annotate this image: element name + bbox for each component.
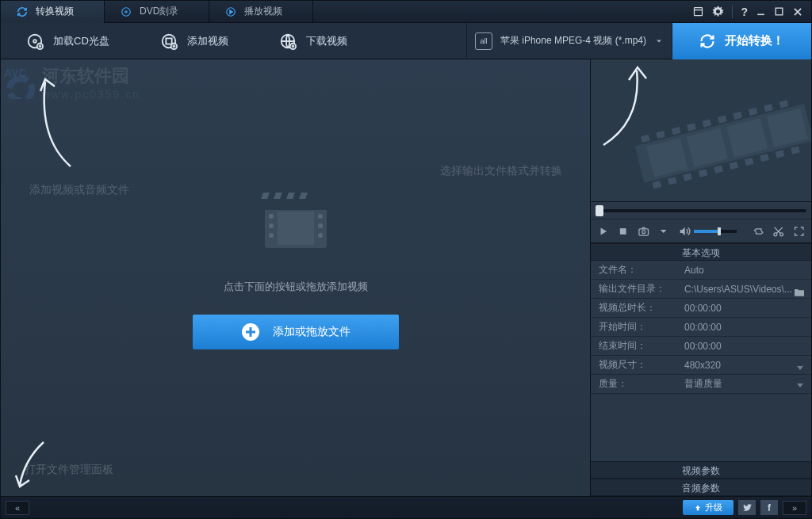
plus-circle-icon (241, 322, 260, 342)
button-label: 加载CD光盘 (53, 34, 109, 48)
row-filename: 文件名： Auto (591, 261, 811, 280)
output-dir-field[interactable]: C:\Users\ASUS\Videos\... (676, 284, 811, 295)
cut-icon[interactable] (772, 225, 784, 238)
loop-icon[interactable] (753, 225, 764, 238)
start-time-field[interactable]: 00:00:00 (676, 322, 811, 333)
twitter-icon (742, 502, 753, 513)
basic-options-table: 文件名： Auto 输出文件目录： C:\Users\ASUS\Videos\.… (591, 261, 811, 394)
statusbar: « 升级 f » (1, 496, 811, 518)
format-label: 苹果 iPhone MPEG-4 视频 (*.mp4) (500, 34, 646, 48)
row-video-size: 视频尺寸： 480x320 (591, 356, 811, 375)
seek-slider[interactable] (591, 202, 811, 219)
output-format-dropdown[interactable]: all 苹果 iPhone MPEG-4 视频 (*.mp4) (466, 23, 672, 59)
row-end-time: 结束时间： 00:00:00 (591, 337, 811, 356)
svg-rect-55 (639, 228, 649, 235)
volume-icon (678, 225, 691, 238)
load-cd-button[interactable]: 加载CD光盘 (1, 23, 135, 59)
start-convert-button[interactable]: 开始转换！ (672, 23, 811, 59)
snapshot-icon[interactable] (638, 225, 649, 238)
hint-add-file: 添加视频或音频文件 (29, 183, 129, 197)
disc-icon (121, 6, 132, 17)
clapperboard-icon (252, 175, 339, 262)
window-controls: ? (684, 6, 811, 18)
row-total-duration: 视频总时长： 00:00:00 (591, 299, 811, 318)
button-label: 添加或拖放文件 (273, 325, 350, 339)
svg-rect-25 (278, 212, 314, 245)
duration-value: 00:00:00 (676, 303, 811, 314)
section-video-params[interactable]: 视频参数 (591, 461, 811, 479)
toolbar: 加载CD光盘 添加视频 下载视频 all 苹果 iPhone MPEG-4 视频… (1, 23, 811, 59)
filename-field[interactable]: Auto (676, 265, 811, 276)
svg-point-56 (642, 230, 645, 233)
refresh-icon (699, 33, 715, 49)
minimize-button[interactable] (756, 6, 766, 17)
field-label: 质量： (591, 377, 676, 391)
field-label: 开始时间： (591, 320, 676, 334)
download-video-button[interactable]: 下载视频 (254, 23, 373, 59)
snapshot-dropdown-icon[interactable] (657, 225, 669, 238)
preview-controls (591, 219, 811, 243)
film-strip-icon (621, 83, 811, 202)
arrow-annotation-3 (13, 439, 53, 494)
field-label: 视频总时长： (591, 301, 676, 315)
upgrade-button[interactable]: 升级 (683, 500, 733, 515)
facebook-button[interactable]: f (760, 500, 778, 515)
quality-dropdown[interactable]: 普通质量 (676, 377, 811, 391)
field-label: 结束时间： (591, 339, 676, 353)
end-time-field[interactable]: 00:00:00 (676, 341, 811, 352)
main-tabs: 转换视频 DVD刻录 播放视频 (1, 1, 684, 23)
arrow-up-icon (694, 504, 702, 512)
recent-icon[interactable] (692, 6, 704, 17)
main-area: AVC 河东软件园 www.pc0359.cn 添加视频或音频文件 打开文件管理… (1, 59, 811, 496)
video-size-dropdown[interactable]: 480x320 (676, 360, 811, 371)
chevron-down-icon (654, 36, 664, 46)
svg-point-1 (125, 10, 127, 12)
chevron-down-icon (797, 384, 803, 387)
drop-hint-text: 点击下面的按钮或拖放添加视频 (224, 280, 368, 294)
svg-point-19 (269, 214, 274, 219)
folder-browse-icon[interactable] (792, 286, 806, 299)
film-plus-icon (160, 32, 178, 50)
svg-rect-3 (695, 8, 703, 16)
svg-text:AVC: AVC (4, 67, 27, 79)
button-label: 下载视频 (306, 34, 347, 48)
preview-area: 选择输出文件格式并转换 (591, 59, 811, 202)
svg-point-20 (269, 223, 274, 228)
tab-label: DVD刻录 (140, 5, 178, 18)
fullscreen-icon[interactable] (793, 225, 805, 238)
button-label: 添加视频 (187, 34, 228, 48)
svg-rect-14 (265, 199, 327, 210)
refresh-icon (17, 6, 28, 17)
add-or-drop-button[interactable]: 添加或拖放文件 (193, 315, 399, 349)
collapse-right-toggle[interactable]: » (783, 501, 806, 515)
play-circle-icon (225, 6, 236, 17)
divider (732, 6, 733, 18)
volume-control[interactable] (678, 225, 737, 238)
row-quality: 质量： 普通质量 (591, 375, 811, 394)
twitter-button[interactable] (738, 500, 756, 515)
svg-point-22 (318, 214, 323, 219)
tab-label: 转换视频 (36, 5, 74, 18)
maximize-button[interactable] (774, 6, 784, 17)
collapse-left-toggle[interactable]: « (6, 501, 29, 515)
svg-rect-4 (776, 8, 783, 15)
svg-rect-54 (620, 228, 626, 235)
play-icon[interactable] (597, 225, 609, 238)
help-button[interactable]: ? (741, 6, 748, 18)
add-video-button[interactable]: 添加视频 (135, 23, 254, 59)
button-label: 升级 (705, 502, 722, 513)
button-label: 开始转换！ (725, 33, 784, 48)
close-button[interactable] (792, 6, 803, 17)
gear-icon[interactable] (712, 6, 724, 17)
globe-plus-icon (279, 32, 297, 50)
tab-play-video[interactable]: 播放视频 (209, 1, 313, 23)
row-output-dir: 输出文件目录： C:\Users\ASUS\Videos\... (591, 280, 811, 299)
stop-icon[interactable] (617, 225, 629, 238)
section-audio-params[interactable]: 音频参数 (591, 479, 811, 496)
arrow-annotation-1 (31, 75, 86, 170)
section-basic-options[interactable]: 基本选项 (591, 243, 811, 261)
tab-convert-video[interactable]: 转换视频 (1, 1, 105, 23)
titlebar: 转换视频 DVD刻录 播放视频 ? (1, 1, 811, 23)
file-drop-pane[interactable]: AVC 河东软件园 www.pc0359.cn 添加视频或音频文件 打开文件管理… (1, 59, 591, 496)
tab-dvd-burn[interactable]: DVD刻录 (105, 1, 209, 23)
